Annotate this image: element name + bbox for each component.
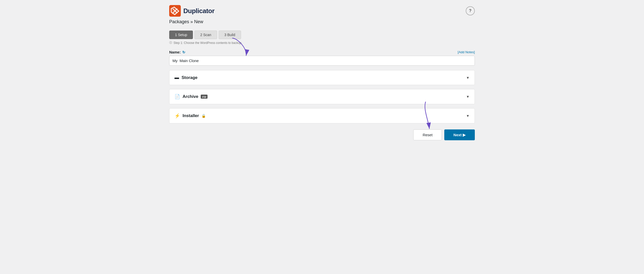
- installer-section: ⚡ Installer 🔒 ▼: [169, 108, 475, 123]
- refresh-icon[interactable]: ↻: [182, 50, 185, 54]
- installer-chevron-icon: ▼: [466, 114, 470, 118]
- installer-section-header[interactable]: ⚡ Installer 🔒 ▼: [169, 108, 475, 123]
- footer-wrapper: Reset Next ▶: [169, 129, 475, 140]
- name-label: Name: ↻: [169, 50, 185, 54]
- app-header: Duplicator ?: [169, 5, 475, 17]
- wordpress-icon: ⓪: [169, 41, 172, 45]
- step-build-button[interactable]: 3 Build: [219, 31, 241, 39]
- archive-section: 📄 Archive zip ▼: [169, 89, 475, 104]
- archive-icon: 📄: [174, 94, 180, 99]
- storage-section-title: ▬ Storage: [174, 75, 197, 80]
- storage-chevron-icon: ▼: [466, 76, 470, 80]
- archive-section-header[interactable]: 📄 Archive zip ▼: [169, 89, 475, 104]
- step-scan-button[interactable]: 2 Scan: [194, 31, 217, 39]
- archive-zip-badge: zip: [201, 95, 208, 99]
- content-area: Name: ↻ [Add Notes] ▬ Storag: [169, 50, 475, 140]
- add-notes-link[interactable]: [Add Notes]: [458, 50, 475, 54]
- steps-bar: 1 Setup 2 Scan 3 Build: [169, 31, 475, 39]
- question-mark-icon: ?: [469, 9, 472, 13]
- step-hint: ⓪ Step 1: Choose the WordPress contents …: [169, 41, 475, 45]
- package-name-input[interactable]: [169, 56, 475, 66]
- storage-section-header[interactable]: ▬ Storage ▼: [169, 70, 475, 85]
- installer-section-title: ⚡ Installer 🔒: [174, 113, 206, 119]
- archive-section-title: 📄 Archive zip: [174, 94, 208, 99]
- storage-icon: ▬: [174, 75, 179, 80]
- logo-icon: [169, 5, 181, 17]
- reset-button[interactable]: Reset: [413, 129, 442, 140]
- installer-bolt-icon: ⚡: [174, 113, 180, 119]
- footer-actions: Reset Next ▶: [169, 129, 475, 140]
- installer-lock-icon: 🔒: [201, 114, 206, 118]
- breadcrumb: Packages » New: [169, 19, 475, 24]
- help-button[interactable]: ?: [466, 6, 475, 15]
- archive-chevron-icon: ▼: [466, 95, 470, 99]
- name-input-wrapper: [169, 56, 475, 70]
- name-row: Name: ↻ [Add Notes]: [169, 50, 475, 54]
- step-setup-button[interactable]: 1 Setup: [169, 31, 193, 39]
- logo-text: Duplicator: [183, 7, 215, 15]
- storage-section: ▬ Storage ▼: [169, 70, 475, 85]
- next-button[interactable]: Next ▶: [444, 129, 475, 140]
- logo-area: Duplicator: [169, 5, 215, 17]
